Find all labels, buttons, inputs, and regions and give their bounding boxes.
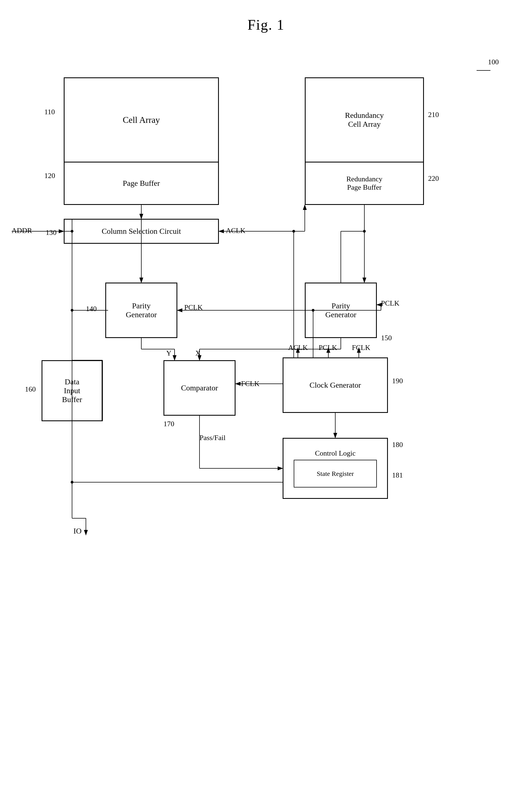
redundancy-block: RedundancyCell Array RedundancyPage Buff… — [305, 77, 424, 205]
svg-point-52 — [363, 230, 366, 233]
clock-generator-label: Clock Generator — [309, 381, 361, 390]
ref-220: 220 — [428, 175, 439, 183]
redundancy-page-buffer-label: RedundancyPage Buffer — [306, 163, 423, 204]
ref-120: 120 — [44, 172, 55, 180]
parity-gen-140-block: ParityGenerator — [105, 282, 177, 338]
state-register-block: State Register — [294, 460, 377, 488]
ref-190: 190 — [392, 377, 403, 385]
io-label: IO — [73, 527, 82, 535]
ref-100: 100 — [488, 58, 499, 66]
ref-150: 150 — [381, 334, 392, 342]
pclk-150-label: PCLK — [381, 299, 399, 308]
parity-gen-150-block: ParityGenerator — [305, 282, 377, 338]
fclk-cg-label: FCLK — [352, 344, 370, 352]
svg-point-49 — [71, 481, 73, 483]
pass-fail-label: Pass/Fail — [200, 434, 226, 442]
state-register-label: State Register — [317, 470, 354, 477]
column-selection-block: Column Selection Circuit — [64, 219, 219, 244]
x-label: X — [195, 349, 201, 358]
ref-180: 180 — [392, 441, 403, 449]
ref-130: 130 — [46, 228, 57, 237]
parity-gen-140-label: ParityGenerator — [126, 301, 157, 319]
comparator-block: Comparator — [164, 360, 235, 416]
aclk-col-label: ACLK — [226, 226, 246, 235]
y-label: Y — [166, 349, 172, 358]
ref-181: 181 — [392, 471, 403, 479]
ref-140: 140 — [86, 305, 97, 313]
pclk-140-label: PCLK — [184, 304, 203, 312]
redundancy-cell-array-label: RedundancyCell Array — [306, 78, 423, 163]
ref-210: 210 — [428, 111, 439, 119]
clock-generator-block: Clock Generator — [283, 358, 388, 413]
addr-label: ADDR — [12, 226, 32, 235]
aclk-cg-label: ACLK — [288, 344, 308, 352]
page-buffer-label: Page Buffer — [64, 163, 218, 204]
pclk-cg-label: PCLK — [319, 344, 337, 352]
ref-160: 160 — [25, 385, 36, 394]
data-input-buffer-label: DataInputBuffer — [62, 378, 82, 404]
comparator-label: Comparator — [181, 384, 218, 392]
column-selection-label: Column Selection Circuit — [102, 227, 181, 236]
control-logic-block: Control Logic State Register — [283, 438, 388, 499]
cell-array-block: Cell Array Page Buffer — [64, 77, 219, 205]
svg-point-48 — [71, 309, 73, 312]
page-title: Fig. 1 — [0, 17, 532, 33]
fclk-comp-label: FCLK — [241, 380, 259, 388]
data-input-buffer-block: DataInputBuffer — [41, 360, 102, 421]
ref-110: 110 — [44, 108, 55, 116]
ref-170: 170 — [164, 420, 174, 428]
cell-array-label: Cell Array — [64, 78, 218, 163]
control-logic-label: Control Logic — [315, 449, 356, 458]
parity-gen-150-label: ParityGenerator — [325, 301, 356, 319]
svg-point-51 — [292, 230, 295, 233]
